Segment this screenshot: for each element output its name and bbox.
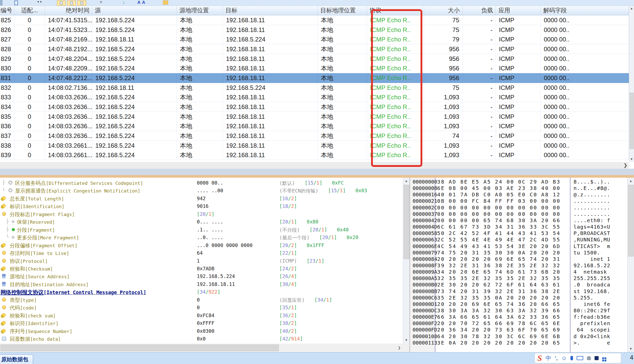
decode-tree-row[interactable]: 类型[type]0(回显应答)[34/1] (0, 296, 402, 304)
decode-tree-row[interactable]: ├保留[Reserved]0... ....[20/1]0x80 (0, 218, 402, 226)
sogou-logo-icon[interactable]: S (537, 354, 542, 362)
packet-view-button-3[interactable] (77, 1, 86, 6)
hex-row[interactable]: 0000007974 75 20 31 35 30 30 0A 20 20 20… (410, 250, 627, 256)
decode-tree-row[interactable]: 标识[Identification]9016[18/2] (0, 202, 402, 210)
hex-row[interactable]: 000000B02E 30 20 20 62 72 6F 61 64 63 61… (410, 282, 627, 288)
decode-tree-row[interactable]: └更多分段[More Fragment]..0. ....(最后一个段)[20/… (0, 234, 402, 241)
scroll-right-icon[interactable]: ❯ (396, 344, 403, 352)
decode-tree-row[interactable]: 代码[code]0[35/1] (0, 304, 402, 312)
table-row[interactable]: 833014:08:03.2636...192.168.5.224本地192.1… (0, 92, 629, 102)
decode-tree-row[interactable]: 分段偏移[Fragment Offset]...0 0000 0000 0000… (0, 242, 402, 249)
hex-row[interactable]: 000000A532 35 35 2E 32 35 35 2E 32 35 35… (410, 275, 627, 282)
table-row[interactable]: 827014:07:48.2169...192.168.18.11本地192.1… (0, 35, 629, 44)
table-row[interactable]: 835014:08:03.2636...192.168.5.224本地192.1… (0, 112, 629, 122)
packet-table-vscrollbar[interactable]: ▲ ▼ (629, 6, 634, 162)
microphone-icon[interactable] (570, 356, 573, 360)
toolbox-icon[interactable] (602, 357, 604, 359)
packet-view-button-1[interactable] (57, 1, 66, 6)
decode-tree-row[interactable]: 存活时间[Time to Live]64[22/1] (0, 249, 402, 257)
column-header-src[interactable]: 源 (92, 6, 177, 15)
find-icon[interactable]: AA (137, 0, 147, 5)
decode-tree-row[interactable]: 回显数据[echo data]0x0[42/914] (0, 335, 402, 343)
hex-row[interactable]: 0000010864 20 30 78 32 30 3C 6C 69 6E 6B… (410, 333, 627, 340)
decode-tree-row[interactable]: 校验和[Checksum]0x7ADB[24/2] (0, 265, 402, 273)
scroll-down-icon[interactable]: ▼ (403, 337, 410, 343)
hex-row[interactable]: 000001133E 0A 20 20 20 20 20 20 20 20 65… (410, 340, 627, 346)
decode-tree-row[interactable]: 校验和[check sum]0xFC84[36/2] (0, 312, 402, 319)
hex-row[interactable]: 0000002C00 00 00 00 00 00 00 00 00 00 00… (410, 205, 627, 211)
table-row[interactable]: 838014:08:03.2661...192.168.5.224本地192.1… (0, 141, 629, 151)
decode-tree-row[interactable]: 分段标志[Fragment Flags][20/1] (0, 210, 402, 218)
scroll-thumb[interactable] (628, 185, 634, 256)
hex-row[interactable]: 0000008420 20 20 20 20 69 6E 65 74 20 31… (410, 256, 627, 262)
column-header-size[interactable]: 大小 (424, 6, 463, 15)
scroll-thumb[interactable] (404, 185, 409, 259)
table-row[interactable]: 834014:08:03.2636...192.168.5.224本地192.1… (0, 102, 629, 112)
column-header-time[interactable]: 绝对时间 (45, 6, 92, 15)
download-arrow-icon[interactable]: ↓ (122, 0, 125, 5)
hex-row[interactable]: 0000003700 00 00 00 00 00 00 00 00 00 00… (410, 211, 627, 217)
raw-packet-tab[interactable]: 原始数据包 (0, 355, 33, 364)
hex-row[interactable]: 0000004200 00 00 00 65 74 68 30 3A 20 66… (410, 217, 627, 224)
hex-row[interactable]: 0000001640 01 7A DB C0 A8 05 E0 C0 A8 12… (410, 191, 627, 198)
table-row[interactable]: 829014:07:48.2204...192.168.5.224本地192.1… (0, 54, 629, 64)
table-row[interactable]: 832014:08:02.7136...192.168.18.11本地192.1… (0, 83, 629, 93)
scroll-thumb[interactable] (630, 93, 634, 149)
hex-row[interactable]: 000000BB73 74 20 31 39 32 2E 31 36 38 2E… (410, 288, 627, 295)
hex-row[interactable]: 000000F220 20 70 72 65 66 69 78 6C 65 6E… (410, 320, 627, 327)
scroll-up-icon[interactable]: ▲ (403, 178, 410, 184)
pane-splitter[interactable] (0, 169, 634, 175)
emoji-icon[interactable]: ☺ (561, 355, 567, 361)
decode-tree-row[interactable]: 序列号[Sequence Number]0x0300[40/2] (0, 327, 402, 335)
decode-tree-row[interactable]: 源地址[Source Address]192.168.5.224[26/4] (0, 273, 402, 280)
decode-tree-row[interactable]: 总长度[Total Length]942[16/2] (0, 195, 402, 202)
table-row[interactable]: 837014:08:03.2636...192.168.5.224本地192.1… (0, 131, 629, 141)
scroll-down-icon[interactable]: ▼ (628, 346, 634, 352)
chinese-mode-icon[interactable]: 中 (546, 354, 551, 362)
decode-tree-row[interactable]: 协议[Protocol]1(ICMP)[23/1] (0, 257, 402, 265)
column-header-app[interactable]: 应用 (496, 6, 541, 15)
hex-row[interactable]: 0000000038 AD 8E E5 A5 24 00 0C 29 AD B3… (410, 179, 627, 185)
column-header-adapter[interactable]: 适配... (14, 6, 45, 15)
decode-tree-row[interactable]: ├分段[Fragment].1.. ....(不分段)[20/1]0x40 (0, 226, 402, 234)
scroll-up-icon[interactable]: ▲ (629, 6, 634, 11)
hex-row[interactable]: 0000009A34 20 20 6E 65 74 6D 61 73 6B 20… (410, 269, 627, 275)
hex-row[interactable]: 0000005850 2C 42 52 4F 41 44 43 41 53 54… (410, 230, 627, 237)
document-icon[interactable] (14, 1, 18, 5)
decode-tree-row[interactable]: 标识符[Identifier]0xFFFF[38/2] (0, 319, 402, 327)
table-row[interactable]: 831014:07:48.2212...192.168.5.224本地192.1… (0, 73, 629, 83)
column-header-decode[interactable]: 解码字段 (541, 6, 629, 15)
filter-icon[interactable]: ▼ (99, 0, 103, 5)
decode-tree-row[interactable]: 网络控制报文协议[Internet Control Message Protoc… (0, 288, 402, 296)
skin-icon[interactable] (595, 356, 599, 360)
nav-arrows-icon[interactable]: ▾▾ (37, 0, 43, 4)
scroll-right-icon[interactable]: ❯ (623, 162, 627, 169)
decode-tree-vscrollbar[interactable]: ▲ ▼ (403, 178, 410, 344)
column-header-dst[interactable]: 目标 (223, 6, 318, 15)
column-header-no[interactable]: 编号 (0, 6, 14, 15)
keyboard-icon[interactable] (577, 356, 583, 360)
table-row[interactable]: 826014:07:41.5323...192.168.5.224本地192.1… (0, 25, 629, 35)
package-icon[interactable] (163, 1, 168, 5)
hex-row[interactable]: 0000004D6C 61 67 73 3D 34 31 36 33 3C 55… (410, 224, 627, 230)
hex-row[interactable]: 000000FD20 36 34 20 20 73 63 6F 70 65 69… (410, 327, 627, 333)
packet-table-hscrollbar[interactable]: ❯ (0, 162, 629, 169)
column-header-dst_geo[interactable]: 目标地理位置 (318, 6, 367, 15)
scroll-thumb[interactable] (1, 345, 279, 351)
hex-row[interactable]: 000000E766 3A 66 65 61 64 3A 62 33 36 65… (410, 314, 627, 320)
hex-row[interactable]: 000000210B 00 00 FC 84 FF FF 03 00 00 00… (410, 198, 627, 204)
hex-row[interactable]: 0000006E4C 54 49 43 41 53 54 3E 20 20 6D… (410, 243, 627, 250)
decode-tree-hscrollbar[interactable]: ❯ (0, 344, 410, 352)
scroll-down-icon[interactable]: ▼ (629, 156, 634, 162)
decode-tree-row[interactable]: ├区分服务码点[Differentiated Services Codepoin… (0, 179, 402, 187)
decode-tree-row[interactable]: 目的地址[Destination Address]192.168.18.11[3… (0, 281, 402, 288)
hex-row[interactable]: 000000D120 20 20 69 6E 65 74 36 20 66 65… (410, 301, 627, 307)
account-icon[interactable] (587, 356, 591, 360)
decode-tree-row[interactable]: └显示拥塞通告[Explicit Congestion Notification… (0, 187, 402, 195)
hex-row[interactable]: 0000008F39 32 2E 31 36 38 2E 35 2E 32 32… (410, 262, 627, 269)
hex-row[interactable]: 000000632C 52 55 4E 4E 49 4E 47 2C 4D 55… (410, 237, 627, 243)
table-row[interactable]: 828014:07:48.2192...192.168.5.224本地192.1… (0, 44, 629, 54)
packet-view-button-2[interactable] (67, 1, 76, 6)
scroll-up-icon[interactable]: ▲ (628, 178, 634, 184)
hex-row[interactable]: 0000000B6E 08 00 45 00 03 AE 23 38 40 00… (410, 185, 627, 191)
